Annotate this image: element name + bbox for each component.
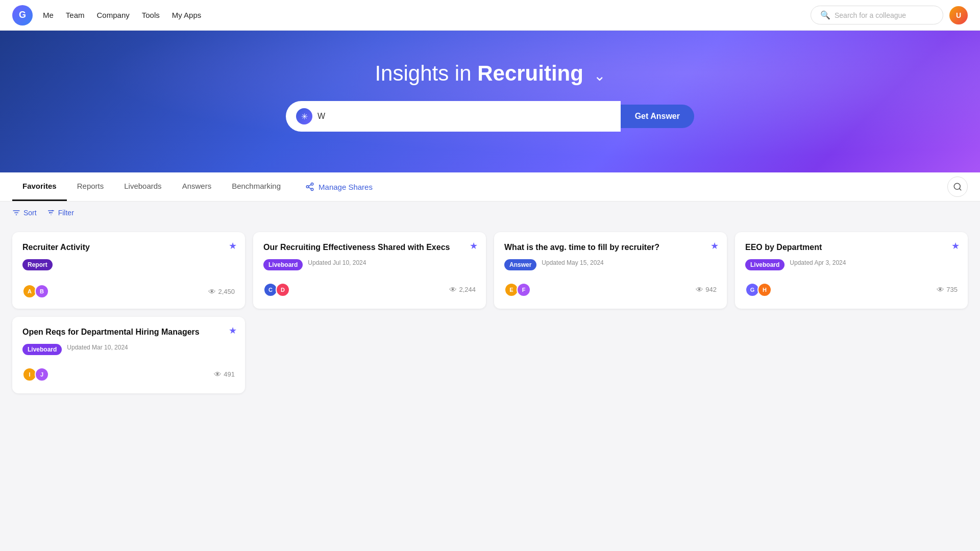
tab-liveboards[interactable]: Liveboards [114, 172, 172, 201]
toolbar: Sort Filter [0, 202, 980, 224]
nav-company[interactable]: Company [97, 9, 130, 21]
avatar: H [757, 283, 772, 297]
search-colleague-placeholder: Search for a colleague [835, 11, 906, 19]
filter-icon [47, 209, 55, 217]
nav-right: 🔍 Search for a colleague U [811, 6, 968, 24]
sort-button[interactable]: Sort [12, 209, 37, 217]
card-footer: A B 👁 2,450 [22, 284, 235, 298]
star-icon[interactable]: ★ [470, 240, 478, 252]
card-views: 👁 491 [214, 370, 235, 379]
card-views: 👁 735 [937, 285, 958, 294]
svg-line-6 [959, 188, 961, 190]
search-colleague-box[interactable]: 🔍 Search for a colleague [811, 6, 943, 24]
card-updated: Updated May 15, 2024 [542, 259, 603, 266]
svg-line-4 [308, 185, 311, 186]
hero-title: Insights in Recruiting ⌄ [375, 61, 605, 86]
card-footer: I J 👁 491 [22, 367, 235, 382]
svg-point-13 [49, 212, 51, 214]
nav-me[interactable]: Me [43, 9, 54, 21]
card-footer: G H 👁 735 [745, 283, 958, 297]
svg-point-14 [52, 210, 53, 212]
app-logo[interactable]: G [12, 5, 33, 26]
views-count: 2,244 [459, 286, 476, 293]
views-count: 735 [946, 286, 958, 293]
card-avatars: I J [22, 367, 47, 382]
card-open-reqs[interactable]: ★ Open Reqs for Departmental Hiring Mana… [12, 317, 245, 393]
card-badge: Answer [504, 259, 536, 270]
card-avatars: C D [263, 283, 288, 297]
hero-search-input-wrap: ✳ [286, 101, 621, 132]
filter-button[interactable]: Filter [47, 209, 74, 217]
avatar: B [35, 284, 49, 298]
tab-answers[interactable]: Answers [172, 172, 222, 201]
views-icon: 👁 [449, 285, 457, 294]
top-nav: G Me Team Company Tools My Apps 🔍 Search… [0, 0, 980, 31]
card-badge: Liveboard [22, 344, 62, 355]
card-badge: Report [22, 259, 53, 270]
card-avatars: E F [504, 283, 529, 297]
hero-search-input[interactable] [317, 112, 610, 121]
manage-shares-button[interactable]: Manage Shares [295, 173, 383, 201]
card-updated: Updated Mar 10, 2024 [67, 344, 128, 351]
cards-grid-row2: ★ Open Reqs for Departmental Hiring Mana… [0, 317, 980, 406]
card-footer: C D 👁 2,244 [263, 283, 476, 297]
hero-banner: Insights in Recruiting ⌄ ✳ Get Answer [0, 31, 980, 172]
sort-label: Sort [23, 209, 37, 217]
ai-icon: ✳ [296, 108, 312, 124]
card-updated: Updated Apr 3, 2024 [790, 259, 846, 266]
card-avatars: A B [22, 284, 47, 298]
card-footer: E F 👁 942 [504, 283, 717, 297]
sort-icon [12, 209, 20, 217]
filter-label: Filter [58, 209, 74, 217]
nav-tools[interactable]: Tools [142, 9, 160, 21]
card-views: 👁 942 [696, 285, 717, 294]
search-icon: 🔍 [820, 10, 830, 20]
card-title: Our Recruiting Effectiveness Shared with… [263, 242, 476, 253]
card-title: What is the avg. time to fill by recruit… [504, 242, 717, 253]
recruiting-dropdown-icon[interactable]: ⌄ [594, 68, 605, 84]
avatar: J [35, 367, 49, 382]
star-icon[interactable]: ★ [229, 325, 237, 336]
tab-reports[interactable]: Reports [67, 172, 114, 201]
tab-benchmarking[interactable]: Benchmarking [222, 172, 291, 201]
views-icon: 👁 [696, 285, 703, 294]
tab-favorites[interactable]: Favorites [12, 172, 67, 201]
manage-shares-label: Manage Shares [318, 183, 373, 191]
card-avg-time-to-fill[interactable]: ★ What is the avg. time to fill by recru… [494, 232, 727, 309]
svg-line-3 [308, 187, 311, 189]
card-eeo-by-department[interactable]: ★ EEO by Department Liveboard Updated Ap… [735, 232, 968, 309]
card-updated: Updated Jul 10, 2024 [308, 259, 366, 266]
star-icon[interactable]: ★ [951, 240, 960, 252]
card-title: EEO by Department [745, 242, 958, 253]
avatar: D [276, 283, 290, 297]
views-count: 2,450 [218, 288, 235, 295]
views-count: 942 [705, 286, 717, 293]
views-icon: 👁 [937, 285, 944, 294]
share-icon [305, 182, 314, 191]
search-icon [953, 182, 962, 191]
card-badge: Liveboard [745, 259, 785, 270]
card-avatars: G H [745, 283, 770, 297]
card-recruiting-effectiveness[interactable]: ★ Our Recruiting Effectiveness Shared wi… [253, 232, 486, 309]
nav-links: Me Team Company Tools My Apps [43, 9, 201, 21]
views-icon: 👁 [214, 370, 222, 379]
cards-grid-row1: ★ Recruiter Activity Report A B 👁 2,450 … [0, 224, 980, 317]
tab-bar: Favorites Reports Liveboards Answers Ben… [0, 172, 980, 202]
star-icon[interactable]: ★ [229, 240, 237, 252]
card-views: 👁 2,450 [208, 287, 235, 296]
hero-search-bar: ✳ Get Answer [286, 101, 694, 132]
nav-my-apps[interactable]: My Apps [172, 9, 202, 21]
star-icon[interactable]: ★ [710, 240, 719, 252]
card-title: Recruiter Activity [22, 242, 235, 253]
tab-search-button[interactable] [947, 177, 968, 197]
views-count: 491 [224, 370, 235, 378]
nav-team[interactable]: Team [66, 9, 85, 21]
card-title: Open Reqs for Departmental Hiring Manage… [22, 327, 235, 338]
get-answer-button[interactable]: Get Answer [621, 105, 694, 128]
card-badge: Liveboard [263, 259, 303, 270]
views-icon: 👁 [208, 287, 216, 296]
card-views: 👁 2,244 [449, 285, 476, 294]
avatar: F [517, 283, 531, 297]
user-avatar[interactable]: U [949, 6, 968, 24]
card-recruiter-activity[interactable]: ★ Recruiter Activity Report A B 👁 2,450 [12, 232, 245, 309]
